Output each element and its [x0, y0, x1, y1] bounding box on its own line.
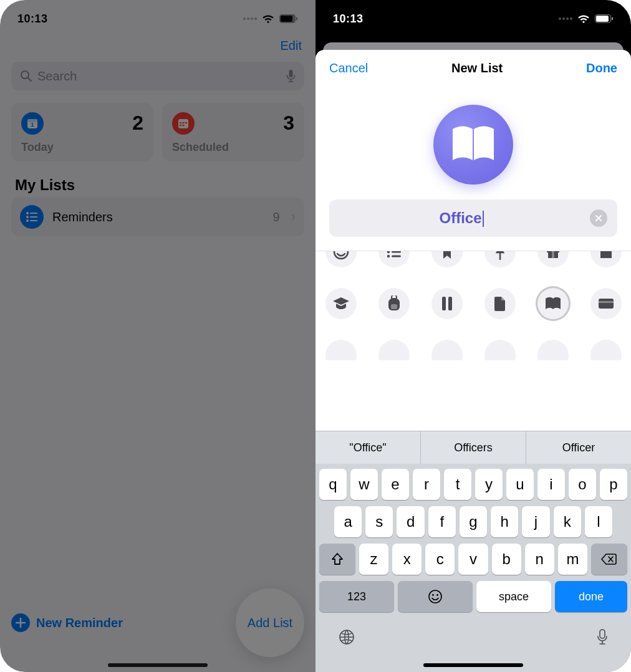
gift-icon[interactable]: [537, 251, 569, 267]
key-u[interactable]: u: [506, 469, 534, 500]
emoji-key[interactable]: [398, 581, 473, 612]
status-time: 10:13: [333, 12, 364, 26]
key-e[interactable]: e: [382, 469, 409, 500]
list-icon-preview[interactable]: [433, 105, 513, 185]
new-list-sheet-screen: 10:13 Cancel New List Done Office: [316, 0, 631, 672]
keyboard: "Office" Officers Officer qwertyuiop asd…: [316, 431, 631, 672]
suggestion[interactable]: Officer: [526, 431, 631, 464]
pin-icon[interactable]: [484, 251, 516, 267]
svg-rect-40: [448, 297, 452, 310]
key-g[interactable]: g: [460, 506, 487, 537]
battery-icon: [595, 14, 614, 23]
storefront-icon[interactable]: [590, 251, 622, 267]
svg-rect-30: [392, 251, 401, 253]
list-name-value: Office: [439, 209, 481, 226]
dictation-key[interactable]: [596, 628, 609, 648]
smiley-icon[interactable]: [325, 251, 357, 267]
backpack-icon[interactable]: [378, 288, 410, 319]
space-key[interactable]: space: [476, 581, 551, 612]
status-bar: 10:13: [316, 0, 631, 34]
svg-rect-22: [596, 16, 609, 22]
svg-rect-32: [392, 256, 401, 257]
key-j[interactable]: j: [522, 506, 549, 537]
new-list-sheet: Cancel New List Done Office: [316, 50, 631, 672]
list-icon[interactable]: [378, 251, 410, 267]
svg-rect-39: [442, 297, 446, 310]
key-m[interactable]: m: [558, 544, 587, 575]
x-icon: [595, 214, 602, 222]
key-z[interactable]: z: [359, 544, 388, 575]
svg-point-26: [342, 251, 345, 251]
svg-point-45: [436, 594, 438, 596]
svg-rect-23: [612, 17, 613, 21]
fork-knife-icon[interactable]: [537, 340, 569, 360]
key-s[interactable]: s: [365, 506, 393, 537]
key-i[interactable]: i: [537, 469, 565, 500]
pen-ruler-icon[interactable]: [431, 288, 463, 319]
svg-point-44: [432, 594, 434, 596]
key-l[interactable]: l: [585, 506, 612, 537]
text-cursor: [483, 211, 484, 227]
globe-key[interactable]: [338, 628, 355, 648]
key-h[interactable]: h: [491, 506, 518, 537]
svg-point-24: [334, 251, 348, 259]
key-p[interactable]: p: [600, 469, 627, 500]
more-icon[interactable]: [590, 340, 622, 360]
suggestion[interactable]: "Office": [316, 431, 420, 464]
key-v[interactable]: v: [458, 544, 488, 575]
key-o[interactable]: o: [569, 469, 596, 500]
photo-icon[interactable]: [325, 340, 357, 360]
keyboard-done-key[interactable]: done: [555, 581, 627, 612]
keyboard-suggestions: "Office" Officers Officer: [316, 431, 631, 464]
key-a[interactable]: a: [334, 506, 362, 537]
list-name-input[interactable]: Office: [329, 199, 617, 237]
card-icon[interactable]: [590, 288, 622, 319]
svg-point-31: [387, 255, 389, 257]
suggestion[interactable]: Officers: [420, 431, 526, 464]
utensils-icon[interactable]: [431, 340, 463, 360]
svg-point-25: [337, 251, 340, 251]
bookmark-icon[interactable]: [431, 251, 463, 267]
key-x[interactable]: x: [392, 544, 421, 575]
svg-rect-35: [552, 251, 554, 258]
sheet-title: New List: [451, 61, 503, 75]
document-icon[interactable]: [484, 288, 516, 319]
svg-rect-36: [600, 251, 612, 258]
svg-rect-38: [391, 304, 397, 309]
key-q[interactable]: q: [319, 469, 347, 500]
key-n[interactable]: n: [525, 544, 554, 575]
key-d[interactable]: d: [397, 506, 424, 537]
backspace-key[interactable]: [591, 544, 627, 575]
svg-rect-41: [599, 299, 614, 309]
svg-point-43: [429, 590, 441, 603]
book-open-icon: [450, 125, 496, 164]
cancel-button[interactable]: Cancel: [329, 61, 368, 75]
key-c[interactable]: c: [425, 544, 455, 575]
cellular-dots-icon: [559, 17, 572, 20]
key-b[interactable]: b: [492, 544, 521, 575]
key-f[interactable]: f: [428, 506, 456, 537]
svg-rect-42: [599, 301, 614, 303]
home-indicator[interactable]: [423, 663, 523, 667]
key-t[interactable]: t: [444, 469, 471, 500]
done-button[interactable]: Done: [586, 61, 617, 75]
icon-picker[interactable]: [316, 251, 631, 360]
key-y[interactable]: y: [475, 469, 503, 500]
camera-icon[interactable]: [378, 340, 410, 360]
wifi-icon: [577, 14, 590, 24]
shift-key[interactable]: [319, 544, 355, 575]
book-open-icon[interactable]: [537, 288, 569, 319]
numeric-switch-key[interactable]: 123: [319, 581, 394, 612]
key-k[interactable]: k: [554, 506, 581, 537]
graduation-icon[interactable]: [325, 288, 357, 319]
clear-text-button[interactable]: [590, 209, 607, 227]
key-w[interactable]: w: [350, 469, 378, 500]
svg-point-29: [387, 251, 389, 253]
screen-dim-overlay: [0, 0, 316, 672]
running-icon[interactable]: [484, 340, 516, 360]
key-r[interactable]: r: [413, 469, 440, 500]
svg-rect-47: [600, 630, 605, 638]
reminders-home-screen: 10:13 Edit Search 1 2 Today: [0, 0, 316, 672]
